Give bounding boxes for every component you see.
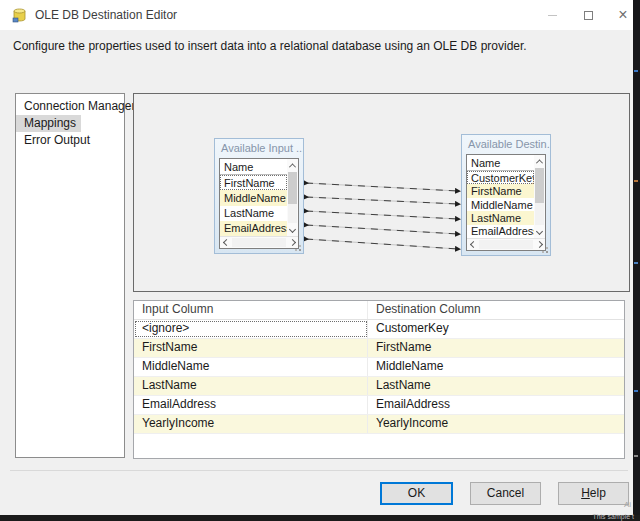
input-column-cell[interactable]: MiddleName [134, 358, 368, 376]
table-row: <ignore> CustomerKey [134, 320, 624, 339]
background-speck [634, 70, 638, 72]
scrollbar-thumb[interactable] [288, 172, 297, 204]
destination-column-cell[interactable]: LastName [368, 377, 624, 395]
watermark-text: This sample t [592, 513, 634, 520]
destination-list-name-header[interactable]: Name [467, 155, 534, 171]
input-column-cell[interactable]: EmailAddress [134, 396, 368, 414]
horizontal-scrollbar[interactable] [220, 236, 298, 248]
available-input-columns-box[interactable]: Available Input ... Name FirstName Middl… [214, 138, 304, 254]
mapping-diagram-panel: Available Input ... Name FirstName Middl… [133, 93, 630, 292]
input-column-item[interactable]: EmailAddress [220, 221, 287, 236]
input-column-cell[interactable]: YearlyIncome [134, 415, 368, 433]
table-row: MiddleName MiddleName [134, 358, 624, 377]
screen: OLE DB Destination Editor × Configure th… [0, 0, 640, 521]
background-speck [634, 262, 638, 264]
table-row: FirstName FirstName [134, 339, 624, 358]
background-speck [634, 390, 638, 392]
table-row: EmailAddress EmailAddress [134, 396, 624, 415]
destination-box-title: Available Destin... [462, 135, 550, 154]
column-header-destination[interactable]: Destination Column [368, 301, 624, 319]
destination-column-item[interactable]: CustomerKey [467, 171, 534, 184]
scroll-right-icon[interactable] [288, 239, 295, 246]
minimize-button[interactable] [537, 0, 567, 30]
resize-grip-icon[interactable] [546, 251, 548, 253]
scrollbar-thumb[interactable] [535, 168, 544, 203]
title-bar[interactable]: OLE DB Destination Editor × [0, 0, 633, 30]
sidebar-item-mappings[interactable]: Mappings [16, 115, 81, 132]
sidebar-item-connection-manager[interactable]: Connection Manager [16, 98, 140, 115]
scroll-down-icon[interactable] [536, 228, 543, 235]
mapping-table: Input Column Destination Column <ignore>… [133, 300, 625, 459]
destination-column-item[interactable]: EmailAddress [467, 225, 534, 238]
sidebar-item-error-output[interactable]: Error Output [16, 132, 95, 149]
ok-button[interactable]: OK [380, 482, 453, 505]
scroll-left-icon[interactable] [469, 241, 476, 248]
input-box-title: Available Input ... [215, 139, 303, 158]
input-column-cell[interactable]: FirstName [134, 339, 368, 357]
footer-divider [10, 470, 628, 471]
destination-column-cell[interactable]: YearlyIncome [368, 415, 624, 433]
input-column-cell[interactable]: LastName [134, 377, 368, 395]
database-icon [12, 8, 27, 23]
resize-grip-icon[interactable] [299, 249, 301, 251]
background-speck [634, 180, 638, 182]
scroll-left-icon[interactable] [222, 239, 229, 246]
input-column-item[interactable]: MiddleName [220, 190, 287, 205]
horizontal-scrollbar[interactable] [467, 238, 545, 250]
cancel-button[interactable]: Cancel [470, 482, 541, 505]
bottom-strip: This sample t [0, 515, 640, 521]
destination-column-cell[interactable]: EmailAddress [368, 396, 624, 414]
input-columns-list: Name FirstName MiddleName LastName Email… [219, 158, 299, 249]
vertical-scrollbar[interactable] [287, 159, 298, 236]
input-column-item[interactable]: FirstName [220, 175, 287, 190]
background-speck [634, 455, 638, 457]
input-column-cell[interactable]: <ignore> [134, 320, 368, 338]
table-row: LastName LastName [134, 377, 624, 396]
destination-column-item[interactable]: MiddleName [467, 198, 534, 211]
available-destination-columns-box[interactable]: Available Destin... Name CustomerKey Fir… [461, 134, 551, 256]
mapping-lines[interactable] [134, 94, 629, 291]
window-title: OLE DB Destination Editor [35, 8, 177, 22]
background-app-strip [633, 0, 640, 521]
pages-list: Connection Manager Mappings Error Output [15, 93, 125, 458]
vertical-scrollbar[interactable] [534, 155, 545, 238]
maximize-icon [584, 11, 593, 20]
destination-column-cell[interactable]: CustomerKey [368, 320, 624, 338]
destination-column-item[interactable]: FirstName [467, 184, 534, 197]
input-column-item[interactable]: LastName [220, 206, 287, 221]
destination-column-cell[interactable]: MiddleName [368, 358, 624, 376]
input-list-name-header[interactable]: Name [220, 159, 287, 175]
table-header-row: Input Column Destination Column [134, 301, 624, 320]
watermark-corner: Ai [624, 500, 631, 509]
table-row: YearlyIncome YearlyIncome [134, 415, 624, 434]
scroll-up-icon[interactable] [536, 159, 543, 166]
scroll-down-icon[interactable] [289, 226, 296, 233]
maximize-button[interactable] [573, 0, 603, 30]
destination-column-cell[interactable]: FirstName [368, 339, 624, 357]
column-header-input[interactable]: Input Column [134, 301, 368, 319]
destination-column-item[interactable]: LastName [467, 211, 534, 224]
scroll-right-icon[interactable] [535, 241, 542, 248]
help-button[interactable]: Help [558, 482, 629, 505]
scroll-up-icon[interactable] [289, 163, 296, 170]
minimize-icon [548, 15, 557, 16]
dialog-description: Configure the properties used to insert … [13, 39, 621, 53]
destination-columns-list: Name CustomerKey FirstName MiddleName La… [466, 154, 546, 251]
